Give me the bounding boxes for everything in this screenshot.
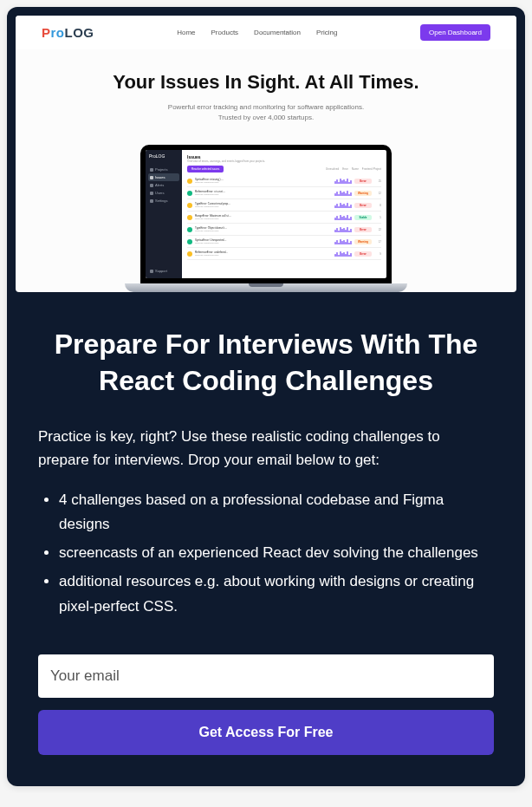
hero-title: Your Issues In Sight. At All Times.	[50, 71, 482, 94]
app-header: ProLOG Home Products Documentation Prici…	[16, 16, 516, 49]
filter-bar: Resolve selected issues Unresolved Error…	[187, 166, 381, 172]
issue-row: SyntaxError: Unexpected…describe somethi…	[187, 236, 381, 248]
issue-count: 12	[374, 192, 381, 195]
laptop-notch	[249, 283, 283, 287]
laptop-app: ProLOG ProjectsIssuesAlertsUsersSettings…	[146, 150, 386, 278]
issue-row: TypeError: Cannot read prop…describe som…	[187, 199, 381, 212]
status-dot	[187, 239, 192, 244]
hero-image: ProLOG Home Products Documentation Prici…	[16, 16, 516, 292]
sparkline	[334, 191, 352, 196]
nav-icon	[150, 199, 153, 203]
main-heading: Prepare For Interviews With The React Co…	[38, 327, 494, 399]
status-dot	[187, 227, 192, 232]
logo-char-log: LOG	[65, 25, 94, 40]
nav-icon	[150, 192, 153, 195]
issue-count: 9	[374, 252, 381, 256]
issue-row: ReferenceError: x is not…describe someth…	[187, 187, 381, 199]
sidebar-item: Settings	[148, 197, 179, 205]
sparkline	[334, 179, 352, 184]
status-badge: Error	[354, 203, 372, 208]
status-badge: Error	[354, 251, 372, 257]
cta-button[interactable]: Get Access For Free	[38, 710, 494, 755]
issue-count: 25	[374, 179, 381, 183]
status-dot	[187, 251, 192, 257]
sparkline	[334, 227, 352, 232]
status-dot	[187, 215, 192, 220]
logo-char-p: P	[42, 25, 51, 40]
status-dot	[187, 179, 192, 184]
app-logo: ProLOG	[42, 25, 94, 40]
bullet-list: 4 challenges based on a professional cod…	[38, 488, 494, 620]
laptop-illustration: ProLOG ProjectsIssuesAlertsUsersSettings…	[16, 136, 516, 292]
issue-count: 22	[374, 228, 381, 231]
sidebar-item: Projects	[148, 166, 179, 173]
nav-pricing[interactable]: Pricing	[316, 29, 337, 36]
issue-count: 5	[374, 216, 381, 219]
intro-text: Practice is key, right? Use these realis…	[38, 425, 494, 472]
promo-card: ProLOG Home Products Documentation Prici…	[7, 7, 525, 786]
issue-row: TypeError: Object doesn't…describe somet…	[187, 224, 381, 236]
nav-icon	[150, 168, 153, 172]
logo-char-ro: ro	[51, 25, 65, 40]
sparkline	[334, 239, 352, 244]
laptop-frame: ProLOG ProjectsIssuesAlertsUsersSettings…	[140, 145, 392, 292]
laptop-screen: ProLOG ProjectsIssuesAlertsUsersSettings…	[140, 145, 392, 283]
open-dashboard-button[interactable]: Open Dashboard	[420, 24, 490, 41]
email-input[interactable]	[38, 654, 494, 698]
bullet-item: additional resources e.g. about working …	[59, 569, 494, 620]
content-section: Prepare For Interviews With The React Co…	[7, 301, 525, 786]
status-badge: Warning	[354, 239, 372, 244]
nav-documentation[interactable]: Documentation	[254, 29, 301, 36]
hero-content: Your Issues In Sight. At All Times. Powe…	[16, 49, 516, 136]
bullet-item: screencasts of an experienced React dev …	[59, 541, 494, 566]
issue-list: SyntaxError: missing ) …describe somethi…	[187, 175, 381, 260]
issue-row: SyntaxError: missing ) …describe somethi…	[187, 175, 381, 187]
sparkline	[334, 251, 352, 257]
issue-row: ReferenceError: undefined…describe somet…	[187, 248, 381, 260]
sidebar-item-support: Support	[148, 267, 179, 275]
app-sidebar: ProLOG ProjectsIssuesAlertsUsersSettings…	[146, 150, 182, 278]
status-dot	[187, 203, 192, 208]
status-dot	[187, 191, 192, 196]
sidebar-logo: ProLOG	[148, 153, 179, 159]
nav-products[interactable]: Products	[211, 29, 239, 36]
status-badge: Error	[354, 179, 372, 184]
resolve-button: Resolve selected issues	[187, 166, 224, 172]
issues-subtitle: Overview of errors, warnings, and events…	[187, 159, 381, 163]
support-icon	[150, 270, 153, 273]
status-badge: Warning	[354, 191, 372, 196]
status-badge: Error	[354, 227, 372, 232]
app-main: Issues Overview of errors, warnings, and…	[182, 150, 386, 278]
sparkline	[334, 215, 352, 220]
hero-subtitle: Powerful error tracking and monitoring f…	[50, 102, 482, 123]
sidebar-item: Alerts	[148, 181, 179, 189]
laptop-base	[125, 283, 407, 292]
nav-icon	[150, 184, 153, 187]
sidebar-item: Users	[148, 189, 179, 197]
sparkline	[334, 203, 352, 208]
issue-count: 17	[374, 240, 381, 244]
nav-links: Home Products Documentation Pricing	[177, 29, 337, 36]
sidebar-item: Issues	[148, 173, 179, 181]
issue-row: RangeError: Maximum call st…describe som…	[187, 212, 381, 224]
status-badge: Stable	[354, 215, 372, 220]
nav-icon	[150, 176, 153, 179]
bullet-item: 4 challenges based on a professional cod…	[59, 488, 494, 538]
issue-count: 8	[374, 204, 381, 207]
nav-home[interactable]: Home	[177, 29, 195, 36]
